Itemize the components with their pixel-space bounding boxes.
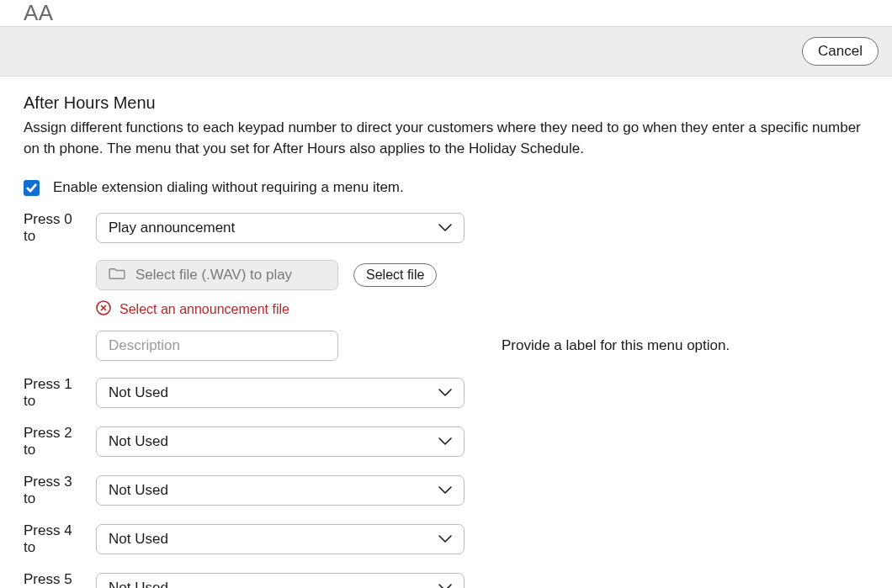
press-5-select-value: Not Used [109, 580, 168, 588]
chevron-down-icon [438, 483, 452, 498]
error-text: Select an announcement file [119, 302, 289, 317]
folder-icon [109, 267, 125, 283]
press-5-row: Press 5 to Not Used [24, 571, 868, 588]
chevron-down-icon [438, 220, 452, 236]
chevron-down-icon [438, 580, 452, 588]
press-0-select-value: Play announcement [109, 220, 235, 236]
press-1-select-value: Not Used [109, 384, 168, 401]
file-placeholder: Select file (.WAV) to play [135, 267, 292, 283]
description-row: Provide a label for this menu option. [96, 331, 868, 361]
press-5-label: Press 5 to [24, 571, 84, 588]
enable-extension-label: Enable extension dialing without requiri… [53, 179, 404, 196]
press-1-label: Press 1 to [24, 376, 84, 410]
section-description: Assign different functions to each keypa… [24, 118, 868, 159]
chevron-down-icon [438, 434, 452, 449]
press-0-details: Select file (.WAV) to play Select file S… [96, 260, 868, 361]
error-row: Select an announcement file [96, 300, 868, 319]
press-1-row: Press 1 to Not Used [24, 376, 868, 410]
press-3-select-value: Not Used [109, 482, 168, 499]
press-4-label: Press 4 to [24, 522, 84, 556]
cancel-button[interactable]: Cancel [802, 37, 879, 66]
press-2-row: Press 2 to Not Used [24, 425, 868, 458]
press-3-select[interactable]: Not Used [96, 475, 465, 506]
press-4-select-value: Not Used [109, 531, 168, 548]
chevron-down-icon [438, 532, 452, 547]
select-file-button[interactable]: Select file [353, 263, 437, 287]
press-3-label: Press 3 to [24, 474, 84, 507]
press-4-select[interactable]: Not Used [96, 524, 465, 554]
press-2-label: Press 2 to [24, 425, 84, 458]
section-title: After Hours Menu [24, 93, 868, 113]
enable-extension-row: Enable extension dialing without requiri… [24, 179, 868, 196]
press-0-label: Press 0 to [24, 211, 84, 245]
press-4-row: Press 4 to Not Used [24, 522, 868, 556]
file-input[interactable]: Select file (.WAV) to play [96, 260, 338, 290]
action-bar: Cancel [0, 26, 892, 77]
error-icon [96, 300, 111, 319]
chevron-down-icon [438, 385, 452, 400]
press-0-row: Press 0 to Play announcement [24, 211, 868, 245]
press-3-row: Press 3 to Not Used [24, 474, 868, 507]
content-area: After Hours Menu Assign different functi… [0, 77, 892, 588]
press-2-select[interactable]: Not Used [96, 426, 465, 457]
press-0-select[interactable]: Play announcement [96, 213, 465, 243]
file-row: Select file (.WAV) to play Select file [96, 260, 868, 290]
press-2-select-value: Not Used [109, 433, 168, 450]
page-title: AA [0, 0, 892, 26]
press-1-select[interactable]: Not Used [96, 378, 465, 408]
press-5-select[interactable]: Not Used [96, 573, 465, 588]
enable-extension-checkbox[interactable] [24, 180, 40, 196]
check-icon [26, 183, 37, 193]
description-input[interactable] [96, 331, 338, 361]
description-hint: Provide a label for this menu option. [502, 337, 730, 354]
